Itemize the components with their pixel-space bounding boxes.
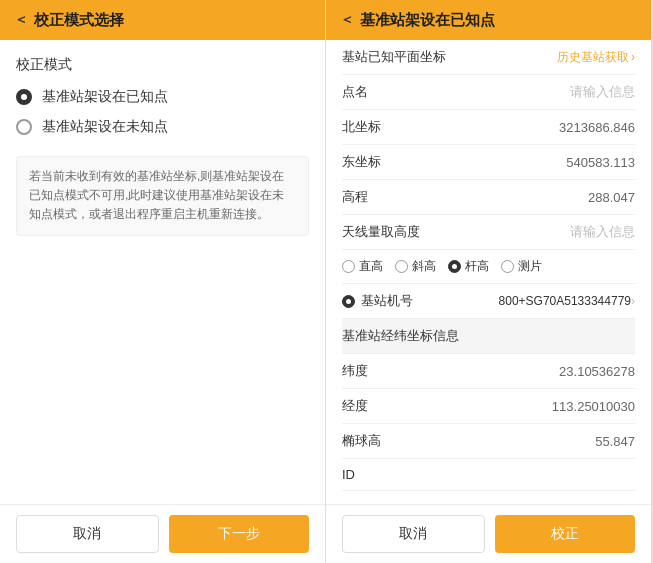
- radio-known-icon: [16, 89, 32, 105]
- antenna-xiegao[interactable]: 斜高: [395, 258, 436, 275]
- field-id: ID: [342, 459, 635, 491]
- calibration-mode-group: 基准站架设在已知点 基准站架设在未知点: [16, 88, 309, 136]
- field-station-num: 基站机号 800+SG70A5133344779 ›: [342, 284, 635, 319]
- label-id: ID: [342, 467, 412, 482]
- label-north: 北坐标: [342, 118, 412, 136]
- option-known-label: 基准站架设在已知点: [42, 88, 168, 106]
- option-unknown-label: 基准站架设在未知点: [42, 118, 168, 136]
- coord-section-label: 基准站经纬坐标信息: [342, 319, 635, 354]
- left-footer: 取消 下一步: [0, 504, 325, 563]
- field-ellipsoidal-height: 椭球高 55.847: [342, 424, 635, 459]
- history-link[interactable]: 历史基站获取 ›: [557, 49, 635, 66]
- value-latitude: 23.10536278: [559, 364, 635, 379]
- antenna-cepian[interactable]: 测片: [501, 258, 542, 275]
- antenna-zhigao[interactable]: 直高: [342, 258, 383, 275]
- left-content: 校正模式 基准站架设在已知点 基准站架设在未知点 若当前未收到有效的基准站坐标,…: [0, 40, 325, 504]
- right-content: 基站已知平面坐标 历史基站获取 › 点名 请输入信息 北坐标 3213686.8…: [326, 40, 651, 504]
- value-antenna-height[interactable]: 请输入信息: [570, 223, 635, 241]
- value-elevation[interactable]: 288.047: [588, 190, 635, 205]
- next-button[interactable]: 下一步: [169, 515, 310, 553]
- left-header: ＜ 校正模式选择: [0, 0, 325, 40]
- right-cancel-button[interactable]: 取消: [342, 515, 485, 553]
- field-east: 东坐标 540583.113: [342, 145, 635, 180]
- back-icon[interactable]: ＜: [14, 11, 28, 29]
- station-num-text: 800+SG70A5133344779: [499, 294, 631, 308]
- station-radio-icon: [342, 295, 355, 308]
- right-back-icon[interactable]: ＜: [340, 11, 354, 29]
- label-latitude: 纬度: [342, 362, 412, 380]
- value-ellipsoidal-height: 55.847: [595, 434, 635, 449]
- antenna-type-row: 直高 斜高 杆高 测片: [342, 250, 635, 284]
- right-footer: 取消 校正: [326, 504, 651, 563]
- antenna-gangao[interactable]: 杆高: [448, 258, 489, 275]
- right-panel: ＜ 基准站架设在已知点 基站已知平面坐标 历史基站获取 › 点名 请输入信息 北…: [326, 0, 652, 563]
- radio-cepian-label: 测片: [518, 258, 542, 275]
- top-row: 基站已知平面坐标 历史基站获取 ›: [342, 40, 635, 75]
- label-east: 东坐标: [342, 153, 412, 171]
- notice-text: 若当前未收到有效的基准站坐标,则基准站架设在已知点模式不可用,此时建议使用基准站…: [16, 156, 309, 236]
- radio-cepian-icon: [501, 260, 514, 273]
- label-longitude: 经度: [342, 397, 412, 415]
- top-section-label: 基站已知平面坐标: [342, 48, 446, 66]
- field-elevation: 高程 288.047: [342, 180, 635, 215]
- radio-xiegao-label: 斜高: [412, 258, 436, 275]
- section-title: 校正模式: [16, 56, 309, 74]
- option-unknown-point[interactable]: 基准站架设在未知点: [16, 118, 309, 136]
- confirm-button[interactable]: 校正: [495, 515, 636, 553]
- label-point-name: 点名: [342, 83, 412, 101]
- field-north: 北坐标 3213686.846: [342, 110, 635, 145]
- value-point-name[interactable]: 请输入信息: [570, 83, 635, 101]
- antenna-type-group: 直高 斜高 杆高 测片: [342, 258, 542, 275]
- label-elevation: 高程: [342, 188, 412, 206]
- left-panel-title: 校正模式选择: [34, 11, 124, 30]
- radio-zhigao-icon: [342, 260, 355, 273]
- field-latitude: 纬度 23.10536278: [342, 354, 635, 389]
- radio-gangao-label: 杆高: [465, 258, 489, 275]
- value-north[interactable]: 3213686.846: [559, 120, 635, 135]
- field-point-name: 点名 请输入信息: [342, 75, 635, 110]
- left-cancel-button[interactable]: 取消: [16, 515, 159, 553]
- value-longitude: 113.25010030: [552, 399, 635, 414]
- option-known-point[interactable]: 基准站架设在已知点: [16, 88, 309, 106]
- field-antenna-height: 天线量取高度 请输入信息: [342, 215, 635, 250]
- label-station-num: 基站机号: [361, 292, 431, 310]
- radio-zhigao-label: 直高: [359, 258, 383, 275]
- right-header: ＜ 基准站架设在已知点: [326, 0, 651, 40]
- label-antenna-height: 天线量取高度: [342, 223, 420, 241]
- radio-gangao-icon: [448, 260, 461, 273]
- history-link-text: 历史基站获取: [557, 49, 629, 66]
- station-chevron: ›: [631, 294, 635, 308]
- radio-unknown-icon: [16, 119, 32, 135]
- history-link-arrow: ›: [631, 50, 635, 64]
- field-longitude: 经度 113.25010030: [342, 389, 635, 424]
- value-east[interactable]: 540583.113: [566, 155, 635, 170]
- left-panel: ＜ 校正模式选择 校正模式 基准站架设在已知点 基准站架设在未知点 若当前未收到…: [0, 0, 326, 563]
- label-ellipsoidal-height: 椭球高: [342, 432, 412, 450]
- right-panel-title: 基准站架设在已知点: [360, 11, 495, 30]
- radio-xiegao-icon: [395, 260, 408, 273]
- value-station-num[interactable]: 800+SG70A5133344779 ›: [499, 294, 635, 308]
